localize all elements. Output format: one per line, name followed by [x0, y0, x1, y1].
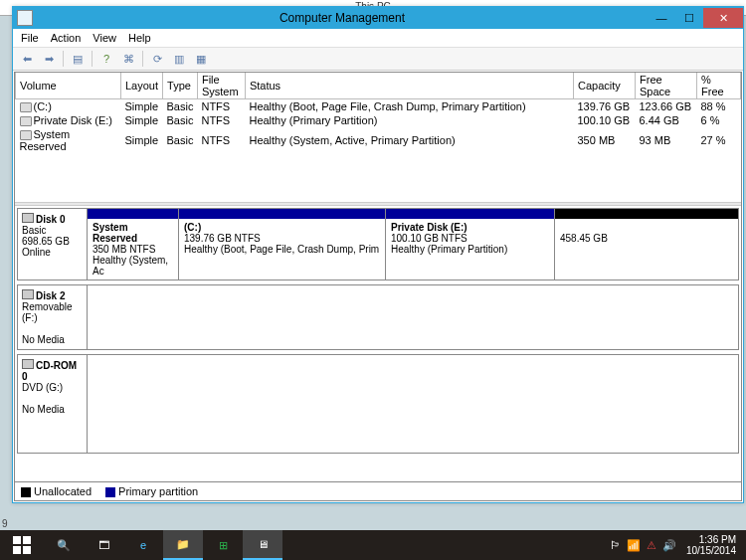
detail-button[interactable]: ▦	[191, 50, 211, 68]
toolbar: ⬅ ➡ ▤ ? ⌘ ⟳ ▥ ▦	[13, 48, 743, 71]
volume-table: Volume Layout Type File System Status Ca…	[15, 73, 741, 153]
close-button[interactable]: ✕	[703, 8, 743, 28]
tray-clock[interactable]: 1:36 PM 10/15/2014	[682, 534, 740, 556]
col-volume[interactable]: Volume	[16, 73, 121, 99]
drive-icon	[20, 130, 32, 140]
partition-c[interactable]: (C:)139.76 GB NTFSHealthy (Boot, Page Fi…	[179, 209, 386, 280]
volume-row[interactable]: (C:) SimpleBasic NTFSHealthy (Boot, Page…	[16, 99, 741, 114]
legend-unallocated-label: Unallocated	[34, 485, 92, 497]
disk-label[interactable]: Disk 2 Removable (F:) No Media	[18, 285, 88, 349]
partition-e[interactable]: Private Disk (E:)100.10 GB NTFSHealthy (…	[386, 209, 555, 280]
forward-button[interactable]: ➡	[39, 50, 59, 68]
svg-rect-1	[23, 536, 31, 544]
help-button[interactable]: ?	[96, 50, 116, 68]
disk-row-0[interactable]: Disk 0 Basic 698.65 GB Online System Res…	[17, 208, 739, 280]
svg-rect-0	[13, 536, 21, 544]
svg-rect-2	[13, 546, 21, 554]
computer-management-window: Computer Management — ☐ ✕ File Action Vi…	[12, 6, 744, 503]
legend-unallocated-swatch	[21, 487, 31, 497]
explorer-button[interactable]: 📁	[163, 530, 203, 560]
col-fs[interactable]: File System	[197, 73, 245, 99]
legend-primary-label: Primary partition	[118, 485, 198, 497]
maximize-button[interactable]: ☐	[675, 8, 703, 28]
disk-label[interactable]: Disk 0 Basic 698.65 GB Online	[18, 209, 88, 280]
table-header-row: Volume Layout Type File System Status Ca…	[16, 73, 741, 99]
search-icon: 🔍	[57, 539, 71, 552]
minimize-button[interactable]: —	[648, 8, 675, 28]
start-button[interactable]	[0, 530, 44, 560]
disk-icon	[22, 213, 34, 223]
col-layout[interactable]: Layout	[121, 73, 163, 99]
store-icon: ⊞	[219, 539, 228, 552]
search-button[interactable]: 🔍	[44, 530, 84, 560]
window-title: Computer Management	[37, 11, 648, 25]
partition-header	[386, 209, 554, 219]
mmc-button[interactable]: 🖥	[243, 530, 282, 560]
volume-row[interactable]: System Reserved SimpleBasic NTFSHealthy …	[16, 127, 741, 153]
taskbar: 🔍 🗔 e 📁 ⊞ 🖥 🏳 📶 ⚠ 🔊 1:36 PM 10/15/2014	[0, 530, 746, 560]
partition-header	[88, 209, 178, 219]
partition-system-reserved[interactable]: System Reserved350 MB NTFSHealthy (Syste…	[88, 209, 179, 280]
menu-file[interactable]: File	[21, 32, 39, 44]
disk-label[interactable]: CD-ROM 0 DVD (G:) No Media	[18, 355, 88, 453]
partition-area	[88, 355, 738, 453]
ie-icon: e	[140, 539, 146, 551]
col-pctfree[interactable]: % Free	[697, 73, 741, 99]
list-button[interactable]: ▥	[169, 50, 189, 68]
window-controls: — ☐ ✕	[648, 8, 743, 28]
volume-row[interactable]: Private Disk (E:) SimpleBasic NTFSHealth…	[16, 113, 741, 127]
partition-area: System Reserved350 MB NTFSHealthy (Syste…	[88, 209, 738, 280]
store-button[interactable]: ⊞	[203, 530, 243, 560]
partition-header	[179, 209, 385, 219]
back-button[interactable]: ⬅	[17, 50, 37, 68]
task-view-button[interactable]: 🗔	[84, 530, 123, 560]
properties-button[interactable]: ⌘	[118, 50, 138, 68]
drive-icon	[20, 102, 32, 112]
disk-row-2[interactable]: Disk 2 Removable (F:) No Media	[17, 284, 739, 350]
system-tray: 🏳 📶 ⚠ 🔊 1:36 PM 10/15/2014	[604, 534, 746, 556]
disk-row-cdrom[interactable]: CD-ROM 0 DVD (G:) No Media	[17, 354, 739, 454]
refresh-button[interactable]: ⟳	[147, 50, 167, 68]
tray-flag-icon[interactable]: 🏳	[610, 539, 621, 551]
content-area: Volume Layout Type File System Status Ca…	[14, 72, 742, 501]
task-view-icon: 🗔	[98, 539, 109, 551]
cdrom-icon	[22, 359, 34, 369]
svg-rect-3	[23, 546, 31, 554]
partition-unallocated[interactable]: 458.45 GB	[555, 209, 738, 280]
col-type[interactable]: Type	[163, 73, 198, 99]
menu-help[interactable]: Help	[128, 32, 151, 44]
legend: Unallocated Primary partition	[15, 481, 741, 500]
app-icon	[17, 10, 33, 26]
tray-action-icon[interactable]: ⚠	[647, 539, 656, 552]
menu-view[interactable]: View	[93, 32, 116, 44]
titlebar[interactable]: Computer Management — ☐ ✕	[13, 7, 743, 29]
partition-area	[88, 285, 738, 349]
disk-icon	[22, 289, 34, 299]
menubar: File Action View Help	[13, 29, 743, 48]
ie-button[interactable]: e	[123, 530, 163, 560]
disk-graphical-pane[interactable]: Disk 0 Basic 698.65 GB Online System Res…	[15, 206, 741, 481]
tray-volume-icon[interactable]: 🔊	[662, 539, 676, 552]
menu-action[interactable]: Action	[51, 32, 82, 44]
show-hide-tree-button[interactable]: ▤	[68, 50, 88, 68]
legend-primary-swatch	[105, 487, 115, 497]
drive-icon	[20, 116, 32, 126]
col-free[interactable]: Free Space	[636, 73, 697, 99]
footer-number: 9	[2, 518, 8, 529]
folder-icon: 📁	[176, 538, 190, 551]
mmc-icon: 🖥	[258, 538, 269, 550]
partition-header	[555, 209, 738, 219]
col-status[interactable]: Status	[245, 73, 573, 99]
col-capacity[interactable]: Capacity	[574, 73, 636, 99]
tray-network-icon[interactable]: 📶	[627, 539, 641, 552]
volume-list-pane[interactable]: Volume Layout Type File System Status Ca…	[15, 73, 741, 202]
